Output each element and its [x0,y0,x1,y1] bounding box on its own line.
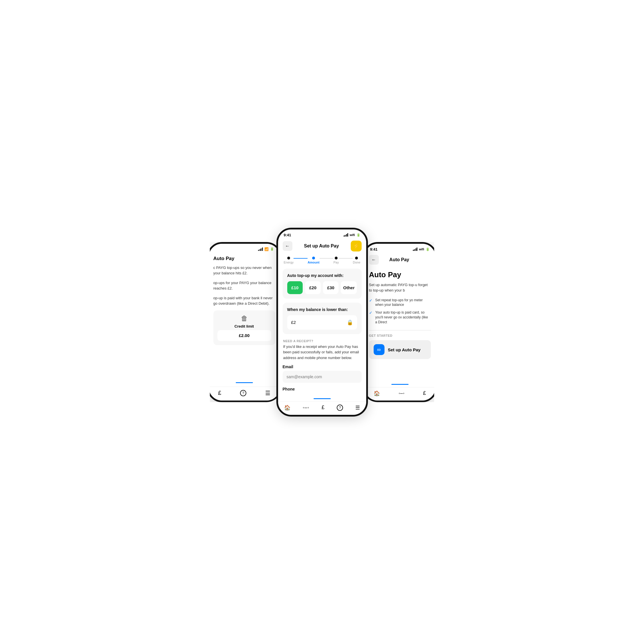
center-phone: 9:41 wifi 🔋 ← Set up Auto Pay ⚡ [276,228,368,417]
step-amount-label: Amount [308,261,320,264]
right-nav-home[interactable]: 🏠 [374,390,380,397]
credit-value: £2.00 [239,333,250,338]
step-done-label: Done [353,261,360,264]
left-desc1: c PAYG top-ups so you never when your ba… [213,265,275,276]
right-nav-usage[interactable]: ◦–◦ [399,391,404,396]
right-time: 9:41 [370,247,378,251]
get-started-label: GET STARTED [369,334,431,337]
left-desc3: op-up is paid with your bank ll never go… [213,295,275,306]
back-arrow-icon: ← [285,243,290,249]
right-content: Auto Pay Set up automatic PAYG top-u for… [364,267,435,383]
center-bottom-indicator [314,398,331,399]
center-menu-icon: ☰ [355,405,360,411]
center-nav-bar: ← Set up Auto Pay ⚡ [278,238,366,254]
amount-30-btn[interactable]: £30 [323,281,339,294]
right-back-arrow-icon: ← [372,257,376,262]
amount-10-btn[interactable]: £10 [287,281,303,294]
left-nav-menu[interactable]: ☰ [265,390,270,397]
right-nav-billing[interactable]: £ [423,390,426,396]
right-back-button[interactable]: ← [369,255,379,265]
balance-card: When my balance is lower than: £2 🔒 [283,303,362,334]
battery-icon: 🔋 [270,247,274,251]
lock-icon: 🔒 [347,319,353,326]
autopay-desc: Set up automatic PAYG top-u forget to to… [369,282,431,293]
left-bottom-nav: £ ? ☰ [209,387,280,401]
left-bottom-indicator [236,382,253,383]
step-line-2 [320,258,334,259]
center-bottom-nav: 🏠 ◦–◦ £ ? ☰ [278,401,366,415]
amount-grid: £10 £20 £30 Other [287,281,357,294]
right-bottom-nav: 🏠 ◦–◦ £ [364,387,435,401]
center-time: 9:41 [284,233,291,237]
credit-card: 🗑 Credit limit £2.00 [213,310,275,345]
right-billing-icon: £ [423,390,426,396]
infinity-icon: ∞ [374,344,385,355]
right-home-icon: 🏠 [374,390,380,397]
center-wifi-icon: wifi [350,233,355,237]
email-input[interactable] [283,371,362,383]
center-signal-icon [344,233,348,237]
check-item-1: ✓ Set repeat top-ups for yo meter when y… [369,298,431,308]
right-status-icons: wifi 🔋 [413,247,430,251]
right-signal-icon [413,247,418,251]
left-bottom-indicator-wrap [209,382,280,387]
topup-card-title: Auto top-up my account with: [287,273,357,278]
center-help-icon: ? [337,405,343,411]
check-list: ✓ Set repeat top-ups for yo meter when y… [369,298,431,325]
right-usage-icon: ◦–◦ [399,391,404,396]
step-energy-label: Energy [284,261,294,264]
balance-field: £2 🔒 [287,315,357,330]
amount-20-btn[interactable]: £20 [305,281,321,294]
check-text-2: Your auto top-up is paid card, so you'll… [375,310,431,324]
menu-icon: ☰ [265,390,270,397]
left-nav-billing[interactable]: £ [218,390,221,396]
center-nav-billing[interactable]: £ [322,405,324,411]
progress-steps: Energy Amount Pay Done [278,254,366,269]
setup-btn-text: Set up Auto Pay [388,347,421,352]
center-status-bar: 9:41 wifi 🔋 [278,229,366,238]
receipt-text: If you'd like a receipt when your Auto P… [283,344,361,361]
left-content: Auto Pay c PAYG top-ups so you never whe… [209,252,280,382]
trash-icon: 🗑 [241,314,248,322]
right-indicator-wrap [364,383,435,387]
center-status-icons: wifi 🔋 [344,233,360,237]
step-done: Done [353,257,360,264]
wifi-icon: 📶 [264,247,269,251]
center-indicator-wrap [278,397,366,401]
email-label: Email [283,364,362,369]
left-title: Auto Pay [213,256,275,261]
credit-label: Credit limit [235,324,254,328]
center-nav-usage[interactable]: ◦–◦ [303,405,309,410]
setup-autopay-button[interactable]: ∞ Set up Auto Pay [369,340,431,359]
step-energy-dot [287,257,290,259]
lightning-icon: ⚡ [353,243,359,249]
phone-label: Phone [283,387,362,391]
check-item-2: ✓ Your auto top-up is paid card, so you'… [369,310,431,324]
check-text-1: Set repeat top-ups for yo meter when you… [375,298,431,308]
right-battery-icon: 🔋 [426,247,430,251]
center-nav-help[interactable]: ? [337,405,343,411]
center-nav-home[interactable]: 🏠 [284,405,290,411]
center-nav-menu[interactable]: ☰ [355,405,360,411]
center-billing-icon: £ [322,405,324,411]
right-nav-bar: ← Auto Pay [364,253,435,267]
center-content: Auto top-up my account with: £10 £20 £30… [278,269,366,397]
center-nav-title: Set up Auto Pay [304,243,339,249]
center-back-button[interactable]: ← [283,241,292,251]
right-nav-title: Auto Pay [389,257,409,262]
usage-icon: ◦–◦ [303,405,309,410]
check-mark-2: ✓ [369,310,372,315]
right-status-bar: 9:41 wifi 🔋 [364,244,435,253]
right-wifi-icon: wifi [419,247,424,251]
balance-value: £2 [291,320,296,325]
left-status-bar: 📶 🔋 [209,244,280,252]
amount-other-btn[interactable]: Other [341,281,357,294]
help-icon: ? [240,390,246,396]
step-pay: Pay [333,257,339,264]
step-amount-dot [312,257,315,259]
step-done-dot [355,257,358,259]
left-nav-help[interactable]: ? [240,390,246,396]
balance-card-title: When my balance is lower than: [287,307,357,312]
phone-field-container: Phone [283,387,362,393]
center-nav-action[interactable]: ⚡ [351,241,362,251]
